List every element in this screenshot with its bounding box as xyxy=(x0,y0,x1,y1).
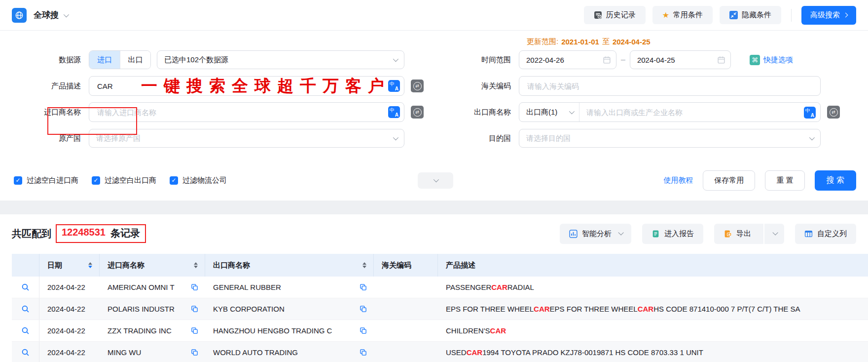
destination-select[interactable]: 请选择目的国 xyxy=(519,129,821,148)
checkbox-checked-icon: ✓ xyxy=(14,176,22,185)
copy-icon[interactable] xyxy=(356,305,367,313)
destination-label: 目的国 xyxy=(434,134,519,143)
globe-logo-icon xyxy=(12,8,27,23)
history-button[interactable]: 历史记录 xyxy=(584,6,646,24)
origin-select[interactable]: 请选择原产国 xyxy=(89,129,404,148)
row-detail-search-icon[interactable] xyxy=(12,320,39,341)
update-range-to: 2024-04-25 xyxy=(613,38,651,46)
importer-label: 进口商名称 xyxy=(12,108,89,117)
custom-columns-label: 自定义列 xyxy=(817,229,847,239)
row-detail-search-icon[interactable] xyxy=(12,342,39,362)
filter-row: ✓ 过滤空白进口商 ✓ 过滤空白出口商 ✓ 过滤物流公司 使用教程 保存常用 重… xyxy=(12,170,856,190)
row-detail-search-icon[interactable] xyxy=(12,298,39,320)
page-title: 全球搜 xyxy=(34,9,59,21)
synonym-swap-icon[interactable]: ⇄ xyxy=(827,106,840,119)
exporter-type-select[interactable]: 出口商(1) xyxy=(519,103,579,121)
search-form: 数据源 进口 出口 已选中102个数据源 时间范围 20 xyxy=(12,50,856,155)
header-hs-code-label: 海关编码 xyxy=(382,261,411,270)
start-date-value: 2022-04-26 xyxy=(526,56,564,64)
export-button[interactable]: 导出 xyxy=(714,224,759,244)
header-detail-column xyxy=(12,254,39,277)
data-source-selected-value: 已选中102个数据源 xyxy=(164,55,228,65)
copy-icon[interactable] xyxy=(187,305,198,313)
header-exporter[interactable]: 出口商名称 xyxy=(205,254,374,277)
collapse-icon xyxy=(729,11,738,19)
collapse-panel-button[interactable] xyxy=(418,172,453,189)
exporter-type-value: 出口商(1) xyxy=(526,108,557,117)
cell-importer: POLARIS INDUSTR xyxy=(100,298,205,320)
header-importer[interactable]: 进口商名称 xyxy=(100,254,205,277)
chevron-down-icon xyxy=(393,56,398,62)
row-detail-search-icon[interactable] xyxy=(12,277,39,298)
highlight-term: CAR xyxy=(467,348,483,357)
copy-icon[interactable] xyxy=(187,327,198,334)
section-divider xyxy=(0,201,868,214)
synonym-swap-icon[interactable]: ⇄ xyxy=(411,80,424,92)
product-desc-label: 产品描述 xyxy=(12,81,89,91)
table-header: 日期 进口商名称 出口商名称 海关编码 产品描述 xyxy=(12,254,868,277)
save-common-button[interactable]: 保存常用 xyxy=(703,170,755,191)
import-toggle[interactable]: 进口 xyxy=(89,51,120,69)
translate-icon[interactable]: 中A xyxy=(388,80,400,92)
copy-icon[interactable] xyxy=(356,349,367,356)
reset-button[interactable]: 重 置 xyxy=(765,170,804,191)
table-row: 2024-04-22ZZX TRADING INCHANGZHOU HENGBO… xyxy=(12,320,868,342)
export-label: 导出 xyxy=(736,229,751,239)
time-range-row: 时间范围 2022-04-26 – 2024-04-25 ⌘ 快捷选项 xyxy=(434,50,856,70)
time-range-label: 时间范围 xyxy=(434,55,519,65)
bi-chart-icon xyxy=(569,230,578,238)
copy-icon[interactable] xyxy=(187,283,198,291)
search-button[interactable]: 搜 索 xyxy=(815,170,856,191)
chevron-down-icon xyxy=(618,230,623,235)
highlight-term: CAR xyxy=(491,283,507,291)
filter-logistics[interactable]: ✓ 过滤物流公司 xyxy=(170,176,227,185)
synonym-swap-icon[interactable]: ⇄ xyxy=(411,106,424,119)
red-annotation-box: 12248531 条记录 xyxy=(56,224,146,243)
cell-hs-code xyxy=(374,298,438,320)
results-section: 共匹配到 12248531 条记录 智能分析 xyxy=(0,222,868,362)
enter-report-button[interactable]: 进入报告 xyxy=(642,224,703,244)
product-desc-input[interactable] xyxy=(89,76,404,96)
filter-blank-importer[interactable]: ✓ 过滤空白进口商 xyxy=(14,176,78,185)
importer-row: 进口商名称 中A ⇄ xyxy=(12,102,434,122)
match-summary: 共匹配到 12248531 条记录 xyxy=(12,224,146,243)
quick-options-button[interactable]: ⌘ 快捷选项 xyxy=(750,55,793,65)
translate-icon[interactable]: 中A xyxy=(804,107,816,119)
header-hs-code: 海关编码 xyxy=(374,254,438,277)
end-date-picker[interactable]: 2024-04-25 xyxy=(630,50,731,69)
data-source-select[interactable]: 已选中102个数据源 xyxy=(157,50,404,69)
cell-product-desc: PASSENGER CAR RADIAL xyxy=(438,277,868,298)
exporter-row: 出口商名称 出口商(1) 中A ⇄ xyxy=(434,102,856,122)
hs-code-input[interactable] xyxy=(519,76,821,96)
export-more-button[interactable] xyxy=(763,224,784,244)
copy-icon[interactable] xyxy=(356,283,367,291)
update-range: 更新范围: 2021-01-01 至 2024-04-25 xyxy=(527,35,856,48)
custom-columns-button[interactable]: 自定义列 xyxy=(795,224,856,244)
copy-icon[interactable] xyxy=(356,327,367,334)
start-date-picker[interactable]: 2022-04-26 xyxy=(519,50,616,69)
cell-date: 2024-04-22 xyxy=(39,298,100,320)
hide-conditions-button[interactable]: 隐藏条件 xyxy=(720,6,781,24)
cell-product-desc: USED CAR 1994 TOYOTA PRADO KZJ78-0019871… xyxy=(438,342,868,362)
cell-date: 2024-04-22 xyxy=(39,320,100,341)
app-switcher[interactable]: 全球搜 xyxy=(34,9,68,21)
header-date[interactable]: 日期 xyxy=(39,254,100,277)
filter-blank-exporter[interactable]: ✓ 过滤空白出口商 xyxy=(92,176,156,185)
translate-icon[interactable]: 中A xyxy=(388,106,400,118)
favorites-label: 常用条件 xyxy=(673,10,703,20)
export-toggle[interactable]: 出口 xyxy=(120,51,150,69)
hide-conditions-label: 隐藏条件 xyxy=(742,10,771,20)
panel-actions: 使用教程 保存常用 重 置 搜 索 xyxy=(663,170,856,191)
chevron-down-icon xyxy=(569,109,575,114)
search-panel: 更新范围: 2021-01-01 至 2024-04-25 数据源 进口 出口 … xyxy=(0,35,868,214)
checkbox-checked-icon: ✓ xyxy=(170,176,178,185)
table-row: 2024-04-22AMERICAN OMNI TGENERAL RUBBERP… xyxy=(12,277,868,298)
copy-icon[interactable] xyxy=(187,349,198,356)
favorites-button[interactable]: ★ 常用条件 xyxy=(652,6,713,24)
advanced-search-button[interactable]: 高级搜索 xyxy=(801,6,856,25)
columns-icon xyxy=(804,230,813,238)
tutorial-link[interactable]: 使用教程 xyxy=(663,176,693,185)
exporter-input[interactable] xyxy=(579,103,820,121)
importer-input[interactable] xyxy=(89,102,404,122)
smart-analysis-button[interactable]: 智能分析 xyxy=(560,224,631,244)
